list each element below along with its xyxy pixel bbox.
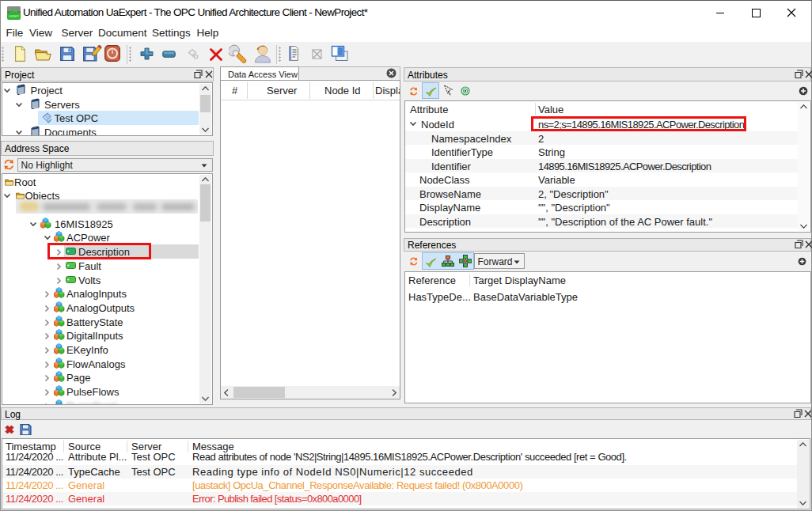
svg-text:UA: UA xyxy=(9,8,17,13)
svg-text:expert: expert xyxy=(9,14,19,18)
